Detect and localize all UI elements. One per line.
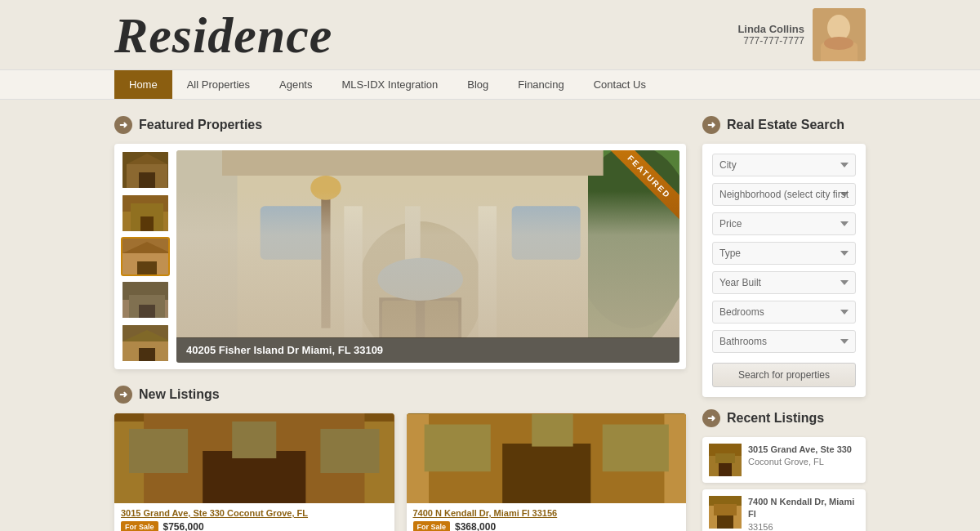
thumb-img-4 [122,282,168,318]
svg-rect-57 [602,425,668,472]
svg-rect-40 [321,191,330,328]
search-button[interactable]: Search for properties [712,363,856,387]
svg-rect-28 [238,160,588,338]
svg-rect-33 [379,297,461,338]
search-title: Real Estate Search [727,118,844,132]
featured-container: FEATURED 40205 Fisher Island Dr Miami, F… [114,144,686,369]
nav-contact[interactable]: Contact Us [579,70,661,99]
thumbnail-2[interactable] [121,194,170,233]
svg-rect-15 [137,261,157,276]
listing-info-1: 3015 Grand Ave, Ste 330 Coconut Grove, F… [114,503,394,531]
new-listings-icon: ➜ [114,386,132,404]
navigation: Home All Properties Agents MLS-IDX Integ… [0,69,980,100]
thumb-img-3 [122,239,168,274]
recent-address-2: 7400 N Kendall Dr, Miami Fl [748,496,859,521]
svg-rect-47 [203,451,305,503]
svg-rect-19 [139,305,155,319]
search-section-icon: ➜ [702,116,720,134]
svg-rect-48 [232,422,276,458]
thumbnail-list [121,150,170,363]
svg-rect-29 [359,221,481,338]
agent-info: Linda Collins 777-777-7777 [737,8,866,61]
nav-all-properties[interactable]: All Properties [172,70,265,99]
svg-rect-39 [222,150,604,176]
nav-agents[interactable]: Agents [265,70,327,99]
listing-image-2 [407,413,687,503]
svg-point-41 [310,176,341,200]
thumb-img-1 [122,152,168,188]
listing-image-1 [114,413,394,503]
bathrooms-select[interactable]: Bathrooms [712,330,856,353]
svg-rect-36 [261,206,329,259]
svg-rect-7 [139,172,155,189]
svg-rect-23 [139,348,155,363]
listing-address-1[interactable]: 3015 Grand Ave, Ste 330 Coconut Grove, F… [121,508,388,518]
search-header: ➜ Real Estate Search [702,116,866,134]
thumbnail-3[interactable] [121,237,170,276]
listing-tag-1: For Sale [121,521,158,531]
recent-address-1: 3015 Grand Ave, Ste 330 [748,444,852,456]
city-select[interactable]: City [712,154,856,176]
featured-ribbon: FEATURED [606,150,679,221]
nav-home[interactable]: Home [114,70,172,99]
new-listings-section: ➜ New Listings [114,386,686,531]
recent-icon: ➜ [702,409,720,427]
svg-rect-11 [140,216,154,233]
svg-rect-35 [425,301,458,338]
recent-item-2: 7400 N Kendall Dr, Miami Fl 33156 [702,489,866,531]
bedrooms-select[interactable]: Bedrooms [712,301,856,324]
listing-tags-2: For Sale $368,000 [413,521,680,531]
svg-rect-60 [719,462,732,476]
listings-grid: 3015 Grand Ave, Ste 330 Coconut Grove, F… [114,413,686,531]
thumbnail-1[interactable] [121,150,170,190]
svg-rect-61 [715,453,735,463]
recent-city-1: Coconut Grove, FL [748,456,852,468]
svg-rect-54 [502,444,590,503]
thumbnail-5[interactable] [121,324,170,363]
svg-point-3 [824,37,853,50]
new-listings-header: ➜ New Listings [114,386,686,404]
featured-icon: ➜ [114,116,132,134]
svg-rect-32 [405,206,421,338]
search-box: City Neighborhood (select city first) Pr… [702,144,866,397]
main-image-wrapper: FEATURED 40205 Fisher Island Dr Miami, F… [176,150,679,363]
year-built-select[interactable]: Year Built [712,271,856,294]
svg-rect-31 [479,206,497,338]
listing-tag-2: For Sale [413,521,451,531]
main-content: ➜ Featured Properties [0,100,980,531]
type-select[interactable]: Type [712,242,856,265]
price-select[interactable]: Price [712,212,856,235]
right-column: ➜ Real Estate Search City Neighborhood (… [702,116,866,531]
nav-financing[interactable]: Financing [503,70,578,99]
nav-mls[interactable]: MLS-IDX Integration [327,70,452,99]
featured-header: ➜ Featured Properties [114,116,686,134]
svg-rect-30 [344,206,362,338]
nav-blog[interactable]: Blog [452,70,503,99]
neighborhood-select[interactable]: Neighborhood (select city first) [712,183,856,206]
listing-address-2[interactable]: 7400 N Kendall Dr, Miami Fl 33156 [413,508,680,518]
svg-rect-50 [320,429,379,473]
svg-rect-56 [424,425,490,472]
thumb-img-5 [122,325,168,361]
svg-rect-65 [714,504,737,515]
thumbnail-4[interactable] [121,280,170,319]
svg-rect-37 [512,206,581,259]
thumb-img-2 [122,195,168,231]
recent-title: Recent Listings [727,411,824,426]
svg-rect-49 [129,429,188,473]
recent-info-2: 7400 N Kendall Dr, Miami Fl 33156 [748,496,859,531]
listing-price-2: $368,000 [455,521,496,531]
recent-header: ➜ Recent Listings [702,409,866,427]
recent-item-1: 3015 Grand Ave, Ste 330 Coconut Grove, F… [702,437,866,483]
agent-details: Linda Collins 777-777-7777 [737,23,804,47]
svg-rect-55 [532,414,572,447]
left-column: ➜ Featured Properties [114,116,686,531]
recent-city-2: 33156 [748,521,859,531]
recent-info-1: 3015 Grand Ave, Ste 330 Coconut Grove, F… [748,444,852,476]
featured-title: Featured Properties [139,118,262,132]
recent-thumb-1 [709,444,742,476]
new-listings-title: New Listings [139,387,220,402]
agent-photo [813,8,866,61]
site-logo[interactable]: Residence [114,10,332,60]
listing-card-1: 3015 Grand Ave, Ste 330 Coconut Grove, F… [114,413,394,531]
